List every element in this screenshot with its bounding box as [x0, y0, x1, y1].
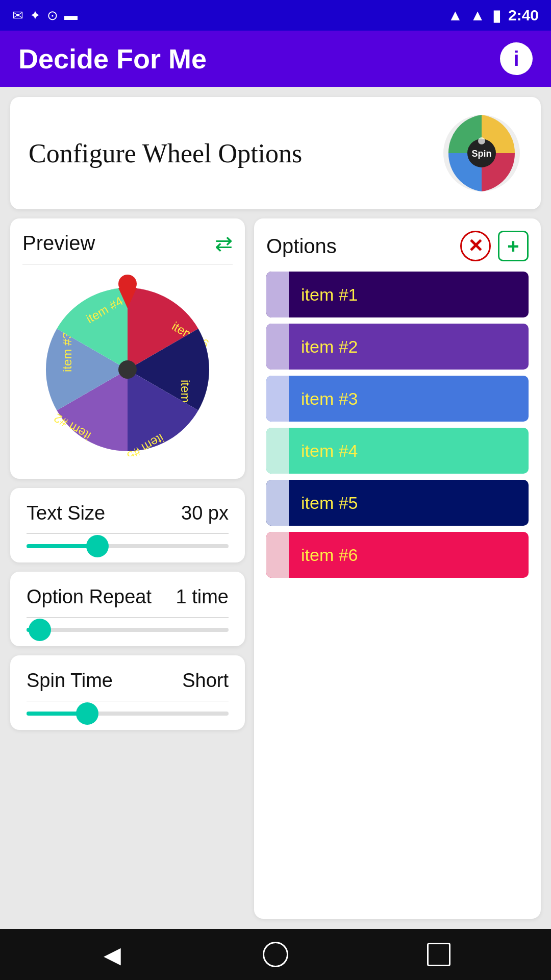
left-column: Preview ⇄ [10, 218, 245, 919]
option-item-4[interactable]: item #4 [266, 428, 529, 474]
option-repeat-thumb[interactable] [29, 619, 51, 641]
option-swatch-6 [266, 532, 289, 578]
status-bar: ✉ ✦ ⊙ ▬ ▲ ▲ ▮ 2:40 [0, 0, 551, 31]
back-icon: ◀ [104, 942, 121, 968]
text-size-label: Text Size [27, 502, 105, 524]
status-icons-right: ▲ ▲ ▮ 2:40 [448, 7, 539, 24]
wheel-container: item #6 item #1 item #5 item #2 [22, 273, 233, 467]
svg-text:Spin: Spin [472, 149, 492, 159]
two-column-layout: Preview ⇄ [10, 218, 541, 919]
shuffle-button[interactable]: ⇄ [215, 231, 233, 256]
option-label-5: item #5 [289, 493, 529, 513]
option-item-1[interactable]: item #1 [266, 272, 529, 317]
text-size-thumb[interactable] [86, 535, 109, 557]
preview-divider [22, 264, 233, 264]
spin-time-label: Spin Time [27, 670, 113, 692]
back-button[interactable]: ◀ [94, 937, 130, 972]
mail-icon: ✉ [12, 8, 23, 23]
option-repeat-header: Option Repeat 1 time [27, 586, 229, 608]
recent-icon [427, 943, 450, 966]
option-item-3[interactable]: item #3 [266, 376, 529, 422]
recent-button[interactable] [421, 937, 457, 972]
text-size-track [27, 544, 229, 548]
option-label-6: item #6 [289, 545, 529, 565]
spin-time-thumb[interactable] [76, 702, 98, 725]
option-item-6[interactable]: item #6 [266, 532, 529, 578]
configure-card: Configure Wheel Options Spin [10, 97, 541, 209]
record-icon: ⊙ [47, 8, 58, 23]
configure-title: Configure Wheel Options [29, 138, 302, 168]
text-size-value: 30 px [181, 502, 229, 524]
svg-text:item #3: item #3 [60, 332, 74, 372]
spin-time-divider [27, 701, 229, 701]
right-column: Options ✕ + item #1 item #2 [254, 218, 541, 919]
option-swatch-5 [266, 480, 289, 526]
spin-time-header: Spin Time Short [27, 670, 229, 692]
preview-card: Preview ⇄ [10, 218, 245, 479]
option-swatch-3 [266, 376, 289, 422]
option-label-4: item #4 [289, 441, 529, 461]
main-content: Configure Wheel Options Spin Preview [0, 87, 551, 929]
option-repeat-divider [27, 617, 229, 618]
option-label-1: item #1 [289, 285, 529, 305]
spin-time-value: Short [182, 670, 229, 692]
options-list: item #1 item #2 item #3 item #4 [266, 272, 529, 578]
wifi-icon: ▲ [448, 7, 463, 24]
clipboard-icon: ▬ [64, 8, 78, 23]
home-button[interactable] [258, 937, 293, 972]
svg-marker-5 [118, 288, 137, 308]
home-icon [263, 942, 288, 967]
text-size-header: Text Size 30 px [27, 502, 229, 524]
options-card: Options ✕ + item #1 item #2 [254, 218, 541, 919]
info-button[interactable]: i [500, 42, 533, 75]
spin-time-card: Spin Time Short [10, 655, 245, 730]
remove-option-button[interactable]: ✕ [460, 231, 491, 261]
app-title: Decide For Me [18, 43, 207, 75]
add-option-button[interactable]: + [498, 231, 529, 261]
option-repeat-card: Option Repeat 1 time [10, 572, 245, 646]
option-item-5[interactable]: item #5 [266, 480, 529, 526]
option-swatch-4 [266, 428, 289, 474]
option-swatch-1 [266, 272, 289, 317]
option-repeat-value: 1 time [176, 586, 229, 608]
app-bar: Decide For Me i [0, 31, 551, 87]
preview-label: Preview [22, 232, 95, 255]
status-icons-left: ✉ ✦ ⊙ ▬ [12, 8, 78, 23]
option-label-3: item #3 [289, 389, 529, 409]
text-size-divider [27, 533, 229, 534]
option-label-2: item #2 [289, 337, 529, 357]
options-actions: ✕ + [460, 231, 529, 261]
option-swatch-2 [266, 324, 289, 370]
preview-header: Preview ⇄ [22, 231, 233, 256]
battery-icon: ▮ [492, 7, 501, 24]
time-display: 2:40 [508, 7, 539, 24]
options-header: Options ✕ + [266, 231, 529, 261]
svg-point-12 [118, 360, 137, 379]
option-repeat-track [27, 628, 229, 632]
signal-icon: ▲ [470, 7, 485, 24]
text-size-card: Text Size 30 px [10, 488, 245, 562]
option-repeat-label: Option Repeat [27, 586, 152, 608]
wheel-icon[interactable]: Spin [441, 112, 522, 194]
spin-time-track [27, 712, 229, 716]
nav-bar: ◀ [0, 929, 551, 980]
spinner-wheel[interactable]: item #6 item #1 item #5 item #2 [41, 283, 214, 456]
options-label: Options [266, 235, 337, 258]
option-item-2[interactable]: item #2 [266, 324, 529, 370]
navigation-icon: ✦ [30, 8, 41, 23]
wheel-pointer [115, 274, 140, 311]
svg-point-3 [478, 137, 485, 144]
